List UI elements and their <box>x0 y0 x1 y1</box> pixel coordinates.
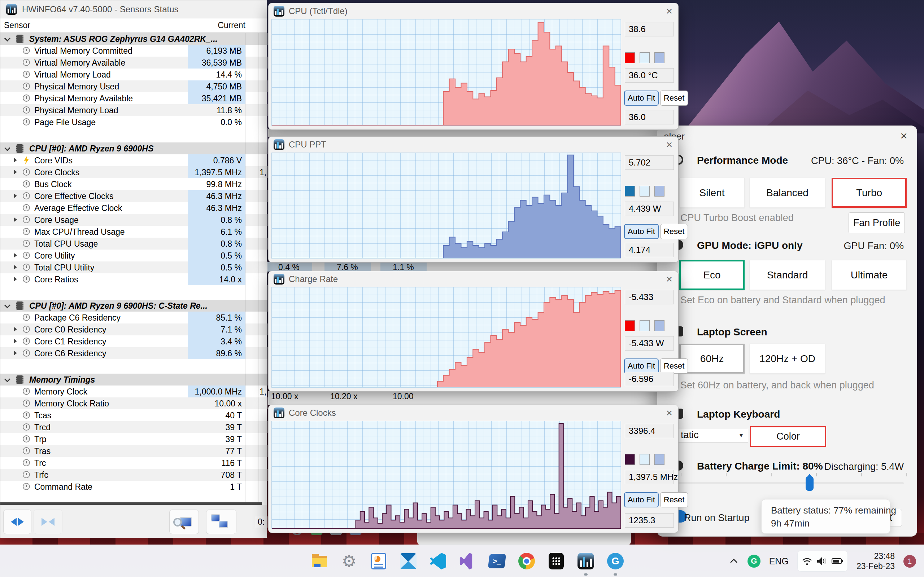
grid-color-swatch[interactable] <box>654 52 664 63</box>
auto-fit-button[interactable]: Auto Fit <box>624 358 659 374</box>
clock[interactable]: 23:48 23-Feb-23 <box>856 551 895 571</box>
tray-status-group[interactable] <box>797 551 848 572</box>
sensor-row[interactable]: Memory Clock Ratio10.00 x <box>0 397 267 409</box>
expander-icon[interactable] <box>14 351 17 355</box>
expander-icon[interactable] <box>14 277 17 281</box>
expander-icon[interactable] <box>14 265 17 269</box>
column-header-current[interactable]: Current <box>188 21 246 30</box>
perf-button-turbo[interactable]: Turbo <box>832 178 907 208</box>
sensor-row[interactable]: Core C0 Residency7.1 % <box>0 324 267 335</box>
taskbar-button-file-explorer[interactable] <box>305 545 334 577</box>
expander-icon[interactable] <box>14 253 17 258</box>
sensor-row[interactable]: Max CPU/Thread Usage6.1 % <box>0 226 267 238</box>
fan-profile-button[interactable]: Fan Profile <box>848 213 905 233</box>
battery-limit-slider-handle[interactable] <box>806 476 814 491</box>
sensor-row[interactable]: Trp39 T <box>0 433 267 445</box>
expander-icon[interactable] <box>14 327 17 331</box>
sensor-section-header[interactable]: CPU [#0]: AMD Ryzen 9 6900HS: C-State Re… <box>0 300 267 311</box>
taskbar-button-mail[interactable] <box>393 545 423 577</box>
taskbar-button-chrome[interactable] <box>512 545 541 577</box>
expander-icon[interactable] <box>14 218 17 222</box>
column-header-sensor[interactable]: Sensor <box>4 21 30 30</box>
grid-color-swatch[interactable] <box>654 186 664 197</box>
screen-button-120hz-od[interactable]: 120Hz + OD <box>750 344 825 374</box>
sensor-row[interactable]: Core Usage0.8 % <box>0 214 267 226</box>
sensor-row[interactable]: Core Clocks1,397.5 MHz1, <box>0 166 267 178</box>
screen-button-60hz[interactable]: 60Hz <box>679 344 745 374</box>
sensor-row[interactable]: Command Rate1 T <box>0 481 267 493</box>
sensor-row[interactable]: Core C1 Residency3.4 % <box>0 335 267 347</box>
battery-limit-slider-track[interactable] <box>678 482 904 484</box>
background-color-swatch[interactable] <box>640 454 650 465</box>
sensor-row[interactable]: Virtual Memory Load14.4 % <box>0 69 267 81</box>
grid-color-swatch[interactable] <box>654 454 664 465</box>
sensor-row[interactable]: Page File Usage0.0 % <box>0 116 267 128</box>
expander-icon[interactable] <box>14 339 17 343</box>
background-color-swatch[interactable] <box>640 52 650 63</box>
gpu-auto-note[interactable]: Set Eco on battery and Standard when plu… <box>680 295 885 306</box>
chevron-up-icon[interactable] <box>729 557 739 566</box>
sensor-row[interactable]: Core VIDs0.786 V <box>0 154 267 166</box>
sensor-row[interactable]: Physical Memory Used4,750 MB <box>0 81 267 92</box>
turbo-boost-note[interactable]: CPU Turbo Boost enabled <box>680 213 794 224</box>
series-color-swatch[interactable] <box>625 186 635 197</box>
keyboard-color-button[interactable]: Color <box>750 426 826 447</box>
gpu-button-ultimate[interactable]: Ultimate <box>832 260 907 290</box>
sensor-row[interactable]: Virtual Memory Available36,539 MB <box>0 56 267 69</box>
taskbar-button-visual-studio[interactable] <box>452 545 482 577</box>
sensor-row[interactable]: Trfc708 T <box>0 469 267 481</box>
series-color-swatch[interactable] <box>625 52 635 63</box>
series-color-swatch[interactable] <box>625 454 635 465</box>
sensor-row[interactable]: Physical Memory Load11.8 % <box>0 104 267 116</box>
auto-fit-button[interactable]: Auto Fit <box>624 492 659 508</box>
close-icon[interactable]: × <box>666 406 672 420</box>
sensor-table-header[interactable]: Sensor Current <box>0 18 267 33</box>
auto-fit-button[interactable]: Auto Fit <box>624 90 659 106</box>
taskbar-button-hwinfo[interactable] <box>571 545 601 577</box>
expander-icon[interactable] <box>14 193 17 198</box>
hwinfo-titlebar[interactable]: HWiNFO64 v7.40-5000 - Sensors Status <box>0 0 267 18</box>
graph-titlebar[interactable]: CPU (Tctl/Tdie) × <box>268 3 678 19</box>
collapse-columns-button[interactable] <box>34 509 63 534</box>
tray-g-icon[interactable]: G <box>748 554 761 567</box>
sensor-row[interactable]: Trcd39 T <box>0 421 267 433</box>
sensor-section-header[interactable]: System: ASUS ROG Zephyrus G14 GA402RK_..… <box>0 33 267 45</box>
sensor-row[interactable]: Tras77 T <box>0 445 267 457</box>
perf-button-balanced[interactable]: Balanced <box>750 178 825 208</box>
taskbar-button-settings[interactable]: ⚙ <box>334 545 364 577</box>
close-icon[interactable]: × <box>666 137 672 152</box>
sensor-row[interactable]: Core Effective Clocks46.3 MHz <box>0 190 267 202</box>
close-icon[interactable]: × <box>900 129 908 143</box>
graph-plot-area[interactable] <box>271 287 621 388</box>
expander-icon[interactable] <box>14 158 17 162</box>
sensor-row[interactable]: Memory Clock1,000.0 MHz1, <box>0 385 267 397</box>
taskbar-button-powershell[interactable]: >_ <box>482 545 512 577</box>
sensor-row[interactable]: Core C6 Residency89.6 % <box>0 347 267 359</box>
graph-plot-area[interactable] <box>271 19 621 126</box>
graph-plot-area[interactable] <box>271 421 621 529</box>
sensor-row[interactable]: Total CPU Usage0.8 % <box>0 238 267 250</box>
auto-fit-button[interactable]: Auto Fit <box>624 224 659 239</box>
sensor-row[interactable]: Bus Clock99.8 MHz <box>0 178 267 190</box>
taskbar-button-vscode[interactable] <box>423 545 452 577</box>
sensor-row[interactable]: Trc116 T <box>0 457 267 469</box>
expander-icon[interactable] <box>14 170 17 174</box>
expand-columns-button[interactable] <box>3 509 31 534</box>
sensor-row[interactable]: Virtual Memory Committed6,193 MB <box>0 45 267 56</box>
reset-button[interactable]: Reset <box>660 358 688 374</box>
language-indicator[interactable]: ENG <box>769 556 789 567</box>
close-icon[interactable]: × <box>666 272 672 286</box>
sensor-row[interactable]: Package C6 Residency85.1 % <box>0 311 267 324</box>
gpu-button-eco[interactable]: Eco <box>679 260 745 290</box>
sensor-row[interactable]: Physical Memory Available35,421 MB <box>0 92 267 104</box>
notification-badge[interactable]: 1 <box>903 555 916 567</box>
horizontal-scrollbar[interactable] <box>0 502 262 505</box>
screen-auto-note[interactable]: Set 60Hz on battery, and back when plugg… <box>680 380 874 391</box>
taskbar-button-g-helper[interactable]: G <box>601 545 630 577</box>
taskbar-button-start[interactable] <box>275 545 305 577</box>
sensor-section-header[interactable]: CPU [#0]: AMD Ryzen 9 6900HS <box>0 142 267 154</box>
perf-button-silent[interactable]: Silent <box>679 178 745 208</box>
taskbar-button-system-info[interactable] <box>364 545 393 577</box>
remote-monitoring-button[interactable] <box>206 509 236 534</box>
graph-plot-area[interactable] <box>271 153 621 259</box>
